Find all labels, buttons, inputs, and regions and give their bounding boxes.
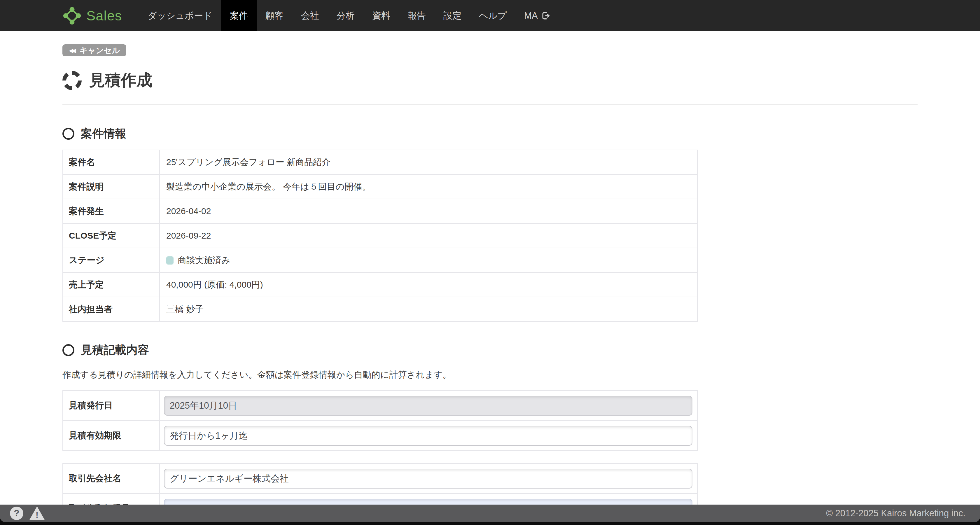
field-value: 三橋 妙子 (159, 297, 697, 321)
help-icon[interactable]: ? (10, 507, 23, 520)
nav-menu: ダッシュボード 案件 顧客 会社 分析 資料 報告 設定 ヘルプ MA (139, 0, 559, 31)
section-title: 案件情報 (81, 126, 126, 142)
main-content: ◀◀ キャンセル 見積作成 案件情報 案件名 25'スプリング展示会フォロー 新… (0, 31, 980, 525)
form-row: 見積有効期限 (63, 421, 697, 450)
field-label: 社内担当者 (63, 297, 159, 321)
field-label: 案件発生 (63, 199, 159, 223)
issue-date-input[interactable] (164, 396, 692, 415)
cancel-button[interactable]: ◀◀ キャンセル (62, 45, 126, 56)
quote-ring-icon (62, 71, 82, 90)
table-row: ステージ 商談実施済み (63, 248, 697, 272)
field-label: 取引先会社名 (63, 463, 159, 493)
quote-form-table-1: 見積発行日 見積有効期限 (62, 390, 698, 451)
form-row: 取引先会社名 (63, 463, 697, 493)
section-heading-case-info: 案件情報 (62, 126, 918, 142)
case-info-table: 案件名 25'スプリング展示会フォロー 新商品紹介 案件説明 製造業の中小企業の… (62, 150, 698, 322)
field-value: 40,000円 (原価: 4,000円) (159, 272, 697, 297)
table-row: 売上予定 40,000円 (原価: 4,000円) (63, 272, 697, 297)
page-title: 見積作成 (89, 70, 152, 91)
field-label: ステージ (63, 248, 159, 272)
field-label: 案件名 (63, 150, 159, 174)
nav-item-ma[interactable]: MA (515, 0, 559, 31)
table-row: 案件発生 2026-04-02 (63, 199, 697, 223)
section-heading-quote-details: 見積記載内容 (62, 342, 918, 358)
page-title-row: 見積作成 (62, 70, 918, 91)
app-logo[interactable]: Sales (62, 0, 122, 31)
footer-bar: ? ! © 2012-2025 Kairos Marketing inc. (0, 504, 980, 522)
field-label: CLOSE予定 (63, 223, 159, 248)
field-value: 2026-04-02 (159, 199, 697, 223)
nav-item-settings[interactable]: 設定 (434, 0, 470, 31)
form-row: 見積発行日 (63, 391, 697, 421)
circle-icon (62, 128, 75, 140)
copyright-text: © 2012-2025 Kairos Marketing inc. (826, 508, 966, 519)
top-nav: Sales ダッシュボード 案件 顧客 会社 分析 資料 報告 設定 ヘルプ M… (0, 0, 980, 31)
nav-item-documents[interactable]: 資料 (363, 0, 399, 31)
table-row: 案件説明 製造業の中小企業の展示会。 今年は５回目の開催。 (63, 174, 697, 199)
nav-item-ma-label: MA (524, 11, 538, 21)
table-row: CLOSE予定 2026-09-22 (63, 223, 697, 248)
nav-item-dashboard[interactable]: ダッシュボード (139, 0, 221, 31)
nav-item-analytics[interactable]: 分析 (328, 0, 363, 31)
section-title: 見積記載内容 (81, 342, 149, 358)
warning-icon[interactable]: ! (29, 506, 45, 520)
field-label: 見積発行日 (63, 391, 159, 421)
nav-item-help[interactable]: ヘルプ (470, 0, 515, 31)
stage-color-badge (166, 256, 173, 264)
app-logo-text: Sales (86, 8, 122, 24)
client-company-name-input[interactable] (164, 469, 692, 488)
title-divider (62, 104, 918, 105)
validity-period-input[interactable] (164, 426, 692, 445)
logout-icon (541, 11, 550, 21)
field-label: 案件説明 (63, 174, 159, 199)
field-label: 売上予定 (63, 272, 159, 297)
table-row: 案件名 25'スプリング展示会フォロー 新商品紹介 (63, 150, 697, 174)
nav-item-companies[interactable]: 会社 (292, 0, 328, 31)
table-row: 社内担当者 三橋 妙子 (63, 297, 697, 321)
nav-item-reports[interactable]: 報告 (399, 0, 434, 31)
field-value: 2026-09-22 (159, 223, 697, 248)
nav-item-deals[interactable]: 案件 (221, 0, 257, 31)
page-footer: ? ! © 2012-2025 Kairos Marketing inc. (0, 504, 980, 525)
field-value: 商談実施済み (159, 248, 697, 272)
help-icon-glyph: ? (14, 508, 19, 519)
nav-item-customers[interactable]: 顧客 (257, 0, 292, 31)
field-value: 製造業の中小企業の展示会。 今年は５回目の開催。 (159, 174, 697, 199)
sales-diamond-icon (62, 6, 82, 25)
field-label: 見積有効期限 (63, 421, 159, 450)
cancel-button-label: キャンセル (80, 45, 120, 56)
circle-icon (62, 344, 75, 356)
section-description: 作成する見積りの詳細情報を入力してください。金額は案件登録情報から自動的に計算さ… (62, 369, 918, 381)
field-value: 25'スプリング展示会フォロー 新商品紹介 (159, 150, 697, 174)
rewind-icon: ◀◀ (69, 47, 76, 54)
stage-label: 商談実施済み (178, 255, 231, 265)
warning-icon-glyph: ! (36, 510, 38, 520)
